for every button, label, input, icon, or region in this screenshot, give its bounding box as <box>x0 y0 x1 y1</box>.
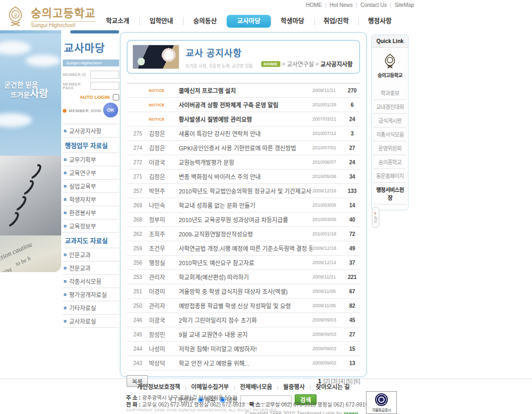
quick-link-item[interactable]: 학과홍보 <box>374 86 406 100</box>
auto-login-checkbox[interactable] <box>113 94 119 100</box>
board-row[interactable]: 275 김정은 새롬이 특강단 강사진 연락처 안내 2010/07/12 3 <box>127 126 360 141</box>
board-row[interactable]: 269 나민숙 학교내 성희롱 없는 문화 만들기 2010/03/05 14 <box>127 198 360 213</box>
row-title[interactable]: GPKI공인인증서 사용 기한만료에 따른 갱신방법 <box>179 143 312 152</box>
board-row[interactable]: 251 이경미 겨울방학 중 학생 급식지원 대상자 조사(엑셀) 2009/1… <box>127 284 360 299</box>
row-title[interactable]: 변종 벽화점식 바이러스 주의 안내 <box>179 172 312 181</box>
board-row[interactable]: NOTICE 쿨메신저 프로그램 설치 2009/11/21 270 <box>127 83 360 98</box>
board-row[interactable]: 250 관리자 예방접종용 학급별 학생 신상 작성파일 및 요령 2009/1… <box>127 299 360 313</box>
sidebar-menu-item[interactable]: 교과지도 자료실 <box>63 233 119 248</box>
board-row[interactable]: 271 김정은 변종 벽화점식 바이러스 주의 안내 2010/05/06 34 <box>127 170 360 184</box>
sidebar-menu-item[interactable]: 교육정보부 <box>63 219 119 233</box>
sidebar-menu-item[interactable]: 행정업무 자료실 <box>63 138 119 153</box>
sidebar-menu-item[interactable]: 각종서식모음 <box>63 275 119 288</box>
top-utility-link[interactable]: HOME <box>306 2 322 8</box>
board-row[interactable]: 262 조희주 2009-교직원연말정산작성요령 2010/01/18 72 <box>127 227 360 241</box>
sidebar-menu-item[interactable]: 교육연구부 <box>63 166 119 180</box>
footer-link[interactable]: 개인정보보호정책 <box>137 384 180 390</box>
row-title[interactable]: 교원능력개발평가 문항 <box>179 158 312 166</box>
row-hits: 40 <box>344 217 360 223</box>
quick-link-item[interactable]: 교내경진대회 <box>374 100 406 114</box>
row-title[interactable]: 2학기 그린마일리지 점수 초기화 <box>179 316 312 324</box>
row-title[interactable]: 9월 교내 교원연수 내용 공지 <box>179 330 312 339</box>
top-utility-link[interactable]: SiteMap <box>387 2 414 8</box>
sidebar-menu-item[interactable]: 교사자료실 <box>63 315 119 328</box>
row-title[interactable]: 저작권 침해! 미리알고 예방하자! <box>179 344 312 353</box>
footer-link[interactable]: 찾아오시는 길 <box>305 384 350 390</box>
sidebar-menu-item[interactable]: 전문교과 <box>63 261 119 275</box>
board-row[interactable]: 256 행정실 2010학년도 예산요구 참고자료 2009/12/14 37 <box>127 256 360 270</box>
sidebar-menu-item[interactable]: 실업교육부 <box>63 180 119 193</box>
board-row[interactable]: 274 김정은 GPKI공인인증서 사용 기한만료에 따른 갱신방법 2010/… <box>127 141 360 155</box>
row-title[interactable]: 새롬이 특강단 강사진 연락처 안내 <box>179 129 312 138</box>
top-utility-bar: HOMEHot NewsContact UsSiteMap <box>306 2 394 8</box>
board-row[interactable]: 244 나성미 저작권 침해! 미리알고 예방하자! 2009/09/03 15 <box>127 342 360 356</box>
row-title[interactable]: 학교회계(예산편성) 따라하기 <box>179 273 312 281</box>
board-row[interactable]: 243 박상덕 학교 안전 사고 예방을 위해... 2009/09/03 13 <box>127 356 360 370</box>
sidebar-menu-item[interactable]: 기타자료실 <box>63 301 119 315</box>
nav-item[interactable]: 교사마당 <box>227 15 270 28</box>
nav-item[interactable]: 학교소개 <box>96 15 139 28</box>
sidebar-menu-item[interactable]: 환경봉사부 <box>63 206 119 219</box>
top-utility-link[interactable]: Hot News <box>322 2 353 8</box>
board-row[interactable]: NOTICE 황사발생시 질병예방 관리요령 2007/03/21 24 <box>127 112 360 126</box>
menu-item-label: 환경봉사부 <box>69 208 96 217</box>
school-logo[interactable]: 교 숭의고등학교 Sungui Highschool <box>4 4 96 28</box>
row-title[interactable]: 2009-교직원연말정산작성요령 <box>179 230 312 238</box>
row-number: 259 <box>127 246 149 251</box>
quick-link-list: 학과홍보 교내경진대회 급식게시판 각종서식모음 운영위원회 숭의중학교 동문홈… <box>374 86 406 205</box>
board-row[interactable]: 268 정부미 2010년도 교육공무원 성과상여금 차등지급률 2010/03… <box>127 213 360 227</box>
row-number: 271 <box>127 174 149 180</box>
row-title[interactable]: 예방접종용 학급별 학생 신상 작성파일 및 요령 <box>179 301 312 310</box>
breadcrumb: HOME > 교사연구실 > 교사공지사항 <box>261 60 353 68</box>
nav-item[interactable]: 입학안내 <box>139 15 183 28</box>
sidebar-menu-item[interactable]: 인문교과 <box>63 248 119 261</box>
nav-item[interactable]: 숭의동산 <box>183 15 227 28</box>
row-title[interactable]: 황사발생시 질병예방 관리요령 <box>179 115 312 123</box>
back-to-top-button[interactable]: » TOP <box>372 207 379 228</box>
member-id-input[interactable] <box>90 71 119 79</box>
row-title[interactable]: 2010학년도 예산요구 참고자료 <box>179 258 312 267</box>
quick-link-item[interactable]: 운영위원회 <box>374 141 406 155</box>
menu-bullet-icon <box>64 130 66 132</box>
board-row[interactable]: 253 관리자 학교회계(예산편성) 따라하기 2009/11/21 221 <box>127 270 360 284</box>
nav-item[interactable]: 행정사항 <box>358 15 402 28</box>
sidebar-menu-item[interactable]: 교무기획부 <box>63 153 119 166</box>
breadcrumb-path[interactable]: 교사연구실 <box>287 60 314 68</box>
top-utility-link[interactable]: Contact Us <box>353 2 387 8</box>
board-row[interactable]: 257 박현주 2010학년도 학교법인숭의학원 정규교사 및 기간제교사 선정… <box>127 184 360 198</box>
sidebar-menu-item[interactable]: 학생자치부 <box>63 193 119 206</box>
row-title[interactable]: 사이버공격 상황 전파체계 구축 운영 알림 <box>179 100 312 109</box>
quick-link-item[interactable]: 숭의중학교 <box>374 155 406 169</box>
menu-bullet-icon <box>64 158 66 161</box>
row-title[interactable]: 사학연금법 개정,시행 예정에 따른 기준소득원액 결정 등에 <box>179 244 312 252</box>
breadcrumb-home-badge[interactable]: HOME <box>261 61 280 67</box>
footer-link[interactable]: 전체배너모음 <box>229 384 272 390</box>
sidebar-menu-item[interactable]: 평가공개자료실 <box>63 288 119 301</box>
member-pass-input[interactable] <box>90 82 119 90</box>
row-title[interactable]: 2010학년도 학교법인숭의학원 정규교사 및 기간제교사 선정 <box>179 187 312 195</box>
row-title[interactable]: 겨울방학 중 학생 급식지원 대상자 조사(엑셀) <box>179 287 312 295</box>
quick-link-item[interactable]: 동문홈페이지 <box>374 169 406 183</box>
board-row[interactable]: 259 조건우 사학연금법 개정,시행 예정에 따른 기준소득원액 결정 등에 … <box>127 241 360 256</box>
menu-bullet-icon <box>64 225 66 227</box>
nav-item[interactable]: 취업/진학 <box>314 15 358 28</box>
login-ok-button[interactable]: OK <box>103 103 118 117</box>
member-join-link[interactable]: MEMBER JOIN <box>69 108 101 113</box>
sidebar-menu-item[interactable]: 교사공지사항 <box>63 124 119 138</box>
quick-link-item[interactable]: 각종서식모음 <box>374 128 406 141</box>
board-row[interactable]: 245 장성민 9월 교내 교원연수 내용 공지 2009/09/03 27 <box>127 327 360 342</box>
quick-link-item[interactable]: 급식게시판 <box>374 114 406 128</box>
row-title[interactable]: 2010년도 교육공무원 성과상여금 차등지급률 <box>179 215 312 224</box>
row-title[interactable]: 학교 안전 사고 예방을 위해... <box>179 359 312 367</box>
footer-link[interactable]: 월중행사 <box>272 384 305 390</box>
quick-link-item[interactable]: 행정서비스헌장 <box>374 183 406 205</box>
row-title[interactable]: 학교내 성희롱 없는 문화 만들기 <box>179 201 312 209</box>
row-title[interactable]: 쿨메신저 프로그램 설치 <box>179 86 312 95</box>
board-row[interactable]: NOTICE 사이버공격 상황 전파체계 구축 운영 알림 2010/01/29… <box>127 98 360 112</box>
quick-link-label: 동문홈페이지 <box>376 173 404 179</box>
nav-item[interactable]: 학생마당 <box>271 15 314 28</box>
board-row[interactable]: 246 이광국 2학기 그린마일리지 점수 초기화 2009/09/03 45 <box>127 313 360 327</box>
footer-link[interactable]: 이메일수집거부 <box>180 384 229 390</box>
board-row[interactable]: 272 이광국 교원능력개발평가 문항 2010/06/07 24 <box>127 155 360 170</box>
row-hits: 37 <box>344 260 360 266</box>
